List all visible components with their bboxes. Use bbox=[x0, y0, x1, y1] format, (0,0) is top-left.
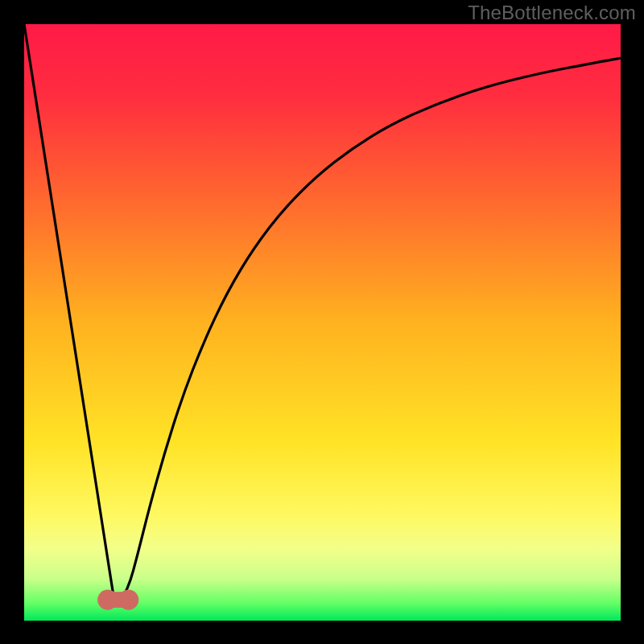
plot-background bbox=[24, 24, 621, 621]
minimum-marker bbox=[97, 589, 138, 609]
watermark-text: TheBottleneck.com bbox=[468, 2, 636, 24]
chart-svg bbox=[0, 0, 644, 644]
chart-frame: TheBottleneck.com bbox=[0, 0, 644, 644]
svg-point-1 bbox=[97, 589, 118, 609]
svg-point-2 bbox=[118, 589, 138, 609]
